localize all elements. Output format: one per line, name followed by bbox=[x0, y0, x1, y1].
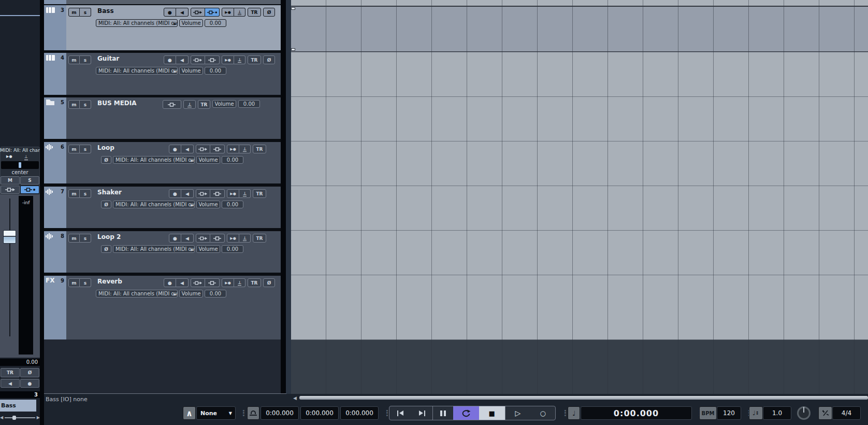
track-color-strip[interactable]: 3 bbox=[44, 5, 66, 50]
pan-value[interactable]: center bbox=[0, 169, 40, 175]
track-lane-loop[interactable] bbox=[291, 141, 868, 186]
track-row-loop2[interactable]: 8 m s Loop 2 ● ◀ bbox=[44, 231, 281, 273]
timebase-button[interactable]: ⊥ bbox=[234, 55, 245, 64]
track-lane-reverb[interactable] bbox=[291, 275, 868, 339]
track-row-reverb[interactable]: FX 9 m s Reverb ● ◀ bbox=[44, 276, 281, 339]
phase-button[interactable]: Ø bbox=[263, 8, 275, 17]
marker-button[interactable] bbox=[432, 406, 453, 420]
track-lane-bass-selected[interactable] bbox=[291, 7, 868, 51]
track-name[interactable]: Loop 2 bbox=[97, 233, 121, 240]
input-routing-button[interactable] bbox=[1, 186, 20, 194]
play-record-icon-button[interactable]: ▶● bbox=[222, 278, 234, 287]
horizontal-scrollbar[interactable]: ◀ bbox=[293, 395, 868, 401]
timebase-button[interactable]: ⊥ bbox=[239, 145, 251, 153]
timebase-button[interactable]: ⊥ bbox=[239, 189, 251, 198]
mute-button[interactable]: m bbox=[68, 55, 80, 64]
input-routing-button[interactable] bbox=[191, 55, 205, 64]
tempo-mode-button[interactable]: BPM bbox=[699, 406, 717, 420]
output-routing-button[interactable] bbox=[210, 189, 225, 198]
track-row-partial[interactable] bbox=[44, 0, 281, 4]
solo-button[interactable]: s bbox=[80, 234, 91, 243]
phase-button[interactable]: Ø bbox=[263, 278, 275, 287]
speed-value[interactable]: 1.0 bbox=[763, 406, 791, 420]
play-record-icon-button[interactable]: ▶● bbox=[222, 55, 234, 64]
level-knob[interactable] bbox=[797, 406, 811, 420]
monitor-button[interactable]: ◀ bbox=[1, 379, 20, 388]
tr-button[interactable]: TR bbox=[253, 234, 266, 243]
mute-button[interactable]: m bbox=[68, 278, 80, 287]
input-routing-button[interactable] bbox=[196, 234, 210, 243]
output-routing-button[interactable] bbox=[163, 100, 181, 109]
panel-divider[interactable] bbox=[40, 0, 44, 425]
record-enable-button[interactable]: ● bbox=[164, 8, 176, 17]
mute-button[interactable]: m bbox=[68, 234, 80, 243]
volume-value[interactable]: 0.00 bbox=[238, 100, 260, 108]
input-routing-button[interactable] bbox=[191, 278, 205, 287]
input-routing-button[interactable] bbox=[196, 189, 210, 198]
track-row-guitar[interactable]: 4 m s Guitar ● ◀ bbox=[44, 53, 281, 95]
track-color-strip[interactable]: 5 bbox=[44, 97, 66, 139]
play-record-icon-button[interactable]: ▶● bbox=[227, 234, 239, 243]
track-name[interactable]: Guitar bbox=[97, 55, 119, 62]
record-enable-button[interactable]: ● bbox=[20, 379, 39, 388]
routing-display[interactable]: MIDI: All: All channels (MIDI over▶ bbox=[113, 245, 195, 253]
punch-in-button[interactable] bbox=[247, 406, 259, 420]
level-readout[interactable]: 0.00 bbox=[0, 359, 40, 366]
volume-value[interactable]: 0.00 bbox=[205, 19, 226, 27]
phase-button[interactable]: Ø bbox=[101, 201, 111, 208]
mute-button[interactable]: m bbox=[68, 189, 80, 198]
selected-track-name[interactable]: Bass bbox=[0, 400, 36, 412]
play-record-icon-button[interactable]: ▶● bbox=[227, 145, 239, 153]
play-record-icon-button[interactable]: ▶● bbox=[227, 189, 239, 198]
go-to-start-button[interactable] bbox=[389, 406, 411, 420]
solo-button[interactable]: s bbox=[80, 55, 91, 64]
track-color-strip[interactable]: FX 9 bbox=[44, 276, 66, 339]
monitor-button[interactable]: ◀ bbox=[176, 8, 189, 17]
input-routing-button[interactable] bbox=[191, 8, 205, 17]
volume-value[interactable]: 0.00 bbox=[222, 245, 243, 253]
monitor-button[interactable]: ◀ bbox=[181, 234, 194, 243]
track-list-empty-area[interactable] bbox=[44, 339, 281, 395]
tr-button[interactable]: TR bbox=[198, 100, 210, 109]
time-signature-value[interactable]: 4/4 bbox=[832, 406, 861, 420]
slider-thumb[interactable] bbox=[12, 416, 16, 420]
record-button[interactable]: ○ bbox=[530, 406, 555, 420]
solo-button[interactable]: s bbox=[80, 145, 91, 153]
timebase-icon[interactable]: ⊥ bbox=[24, 154, 28, 160]
play-button[interactable]: ▷ bbox=[505, 406, 531, 420]
mute-button[interactable]: m bbox=[68, 145, 80, 153]
go-to-end-button[interactable] bbox=[411, 406, 433, 420]
time-format-button[interactable]: ♩ bbox=[568, 406, 580, 420]
primary-time-display[interactable]: 0:00.000 bbox=[581, 406, 692, 420]
play-record-icon[interactable]: ▶● bbox=[6, 154, 12, 159]
speed-mode-button[interactable]: ♩↕ bbox=[749, 406, 763, 420]
monitor-button[interactable]: ◀ bbox=[176, 55, 189, 64]
routing-display[interactable]: MIDI: All: All channels (MIDI over▶ bbox=[96, 19, 178, 27]
routing-display[interactable]: MIDI: All: All channels (MIDI over▶ bbox=[113, 201, 195, 208]
output-routing-button[interactable] bbox=[210, 145, 225, 153]
cycle-button[interactable] bbox=[453, 406, 479, 420]
timebase-button[interactable]: ⊥ bbox=[234, 8, 245, 17]
track-lane-bus-media[interactable] bbox=[291, 96, 868, 141]
event-display[interactable] bbox=[291, 0, 868, 395]
routing-display[interactable]: MIDI: All: All channels (MIDI over▶ bbox=[96, 290, 178, 298]
phase-button[interactable]: Ø bbox=[263, 55, 275, 64]
record-enable-button[interactable]: ● bbox=[169, 189, 181, 198]
volume-value[interactable]: 0.00 bbox=[222, 156, 243, 164]
tempo-value[interactable]: 120 bbox=[717, 406, 741, 420]
output-routing-button[interactable] bbox=[210, 234, 225, 243]
output-routing-button[interactable] bbox=[205, 55, 220, 64]
time-display-1[interactable]: 0:00.000 bbox=[261, 406, 299, 420]
solo-button[interactable]: s bbox=[80, 8, 91, 17]
track-color-strip[interactable]: 4 bbox=[44, 53, 66, 95]
slider-left-arrow[interactable]: ◀ bbox=[0, 415, 3, 420]
tr-button[interactable]: TR bbox=[1, 368, 20, 377]
solo-button[interactable]: S bbox=[20, 176, 39, 185]
volume-value[interactable]: 0.00 bbox=[205, 67, 226, 75]
time-display-2[interactable]: 0:00.000 bbox=[300, 406, 339, 420]
scrollbar-thumb[interactable] bbox=[299, 396, 868, 400]
time-signature-button[interactable] bbox=[818, 406, 832, 420]
output-routing-button[interactable] bbox=[20, 186, 39, 194]
tr-button[interactable]: TR bbox=[253, 189, 266, 198]
play-record-icon-button[interactable]: ▶● bbox=[222, 8, 234, 17]
